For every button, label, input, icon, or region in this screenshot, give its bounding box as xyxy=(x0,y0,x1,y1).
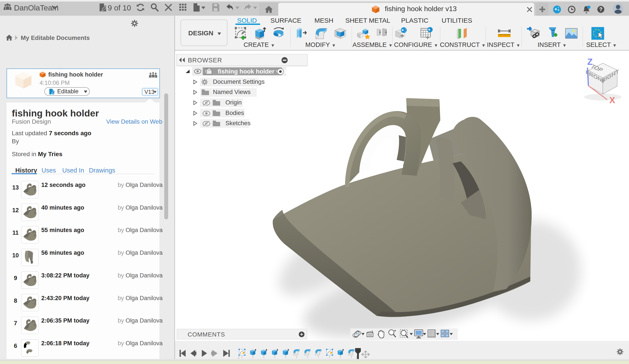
svg-text:Z: Z xyxy=(587,57,593,67)
svg-text:X: X xyxy=(609,95,615,104)
svg-text:?: ? xyxy=(599,6,603,12)
